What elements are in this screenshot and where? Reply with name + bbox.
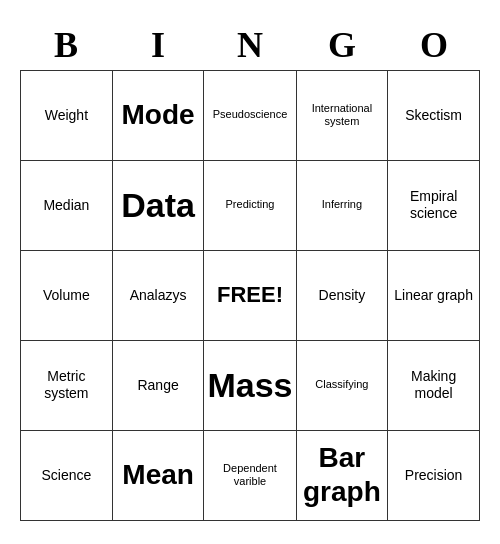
bingo-cell-r2-c3: Density (297, 251, 389, 341)
bingo-cell-r1-c4: Empiral science (388, 161, 480, 251)
bingo-cell-text-r1-c2: Predicting (226, 198, 275, 211)
bingo-cell-text-r2-c3: Density (319, 287, 366, 304)
header-letter-I: I (114, 24, 202, 66)
bingo-cell-r3-c1: Range (113, 341, 205, 431)
bingo-cell-text-r2-c2: FREE! (217, 282, 283, 308)
bingo-cell-text-r4-c4: Precision (405, 467, 463, 484)
bingo-cell-text-r3-c4: Making model (391, 368, 476, 402)
bingo-grid: WeightModePseudoscienceInternational sys… (20, 70, 480, 521)
bingo-cell-text-r3-c2: Mass (207, 365, 292, 406)
bingo-cell-r4-c4: Precision (388, 431, 480, 521)
bingo-cell-text-r2-c0: Volume (43, 287, 90, 304)
bingo-cell-text-r4-c0: Science (41, 467, 91, 484)
bingo-cell-r3-c2: Mass (204, 341, 296, 431)
bingo-cell-text-r0-c4: Skectism (405, 107, 462, 124)
header-letter-O: O (390, 24, 478, 66)
bingo-cell-text-r3-c1: Range (137, 377, 178, 394)
bingo-cell-r4-c0: Science (21, 431, 113, 521)
bingo-cell-r4-c2: Dependent varible (204, 431, 296, 521)
bingo-cell-r0-c4: Skectism (388, 71, 480, 161)
bingo-cell-r1-c3: Inferring (297, 161, 389, 251)
bingo-cell-r4-c1: Mean (113, 431, 205, 521)
bingo-cell-text-r3-c0: Metric system (24, 368, 109, 402)
bingo-cell-text-r1-c1: Data (121, 185, 195, 226)
bingo-cell-r0-c1: Mode (113, 71, 205, 161)
header-letter-G: G (298, 24, 386, 66)
bingo-cell-text-r2-c4: Linear graph (394, 287, 473, 304)
bingo-card: BINGO WeightModePseudoscienceInternation… (20, 24, 480, 521)
bingo-cell-r1-c2: Predicting (204, 161, 296, 251)
bingo-cell-text-r2-c1: Analazys (130, 287, 187, 304)
bingo-cell-r0-c2: Pseudoscience (204, 71, 296, 161)
bingo-cell-r3-c4: Making model (388, 341, 480, 431)
bingo-cell-r2-c1: Analazys (113, 251, 205, 341)
bingo-cell-text-r4-c3: Bar graph (300, 441, 385, 508)
bingo-cell-text-r1-c0: Median (43, 197, 89, 214)
bingo-cell-r3-c3: Classifying (297, 341, 389, 431)
bingo-cell-text-r0-c2: Pseudoscience (213, 108, 288, 121)
bingo-cell-r0-c3: International system (297, 71, 389, 161)
bingo-cell-r1-c0: Median (21, 161, 113, 251)
bingo-cell-r3-c0: Metric system (21, 341, 113, 431)
bingo-cell-text-r4-c1: Mean (122, 458, 194, 492)
bingo-cell-text-r0-c3: International system (300, 102, 385, 128)
bingo-cell-r4-c3: Bar graph (297, 431, 389, 521)
header-letter-B: B (22, 24, 110, 66)
bingo-cell-text-r0-c0: Weight (45, 107, 88, 124)
header-letter-N: N (206, 24, 294, 66)
bingo-cell-r2-c2: FREE! (204, 251, 296, 341)
bingo-cell-text-r1-c3: Inferring (322, 198, 362, 211)
bingo-cell-text-r3-c3: Classifying (315, 378, 368, 391)
bingo-cell-text-r0-c1: Mode (122, 98, 195, 132)
bingo-cell-text-r4-c2: Dependent varible (207, 462, 292, 488)
bingo-header: BINGO (20, 24, 480, 66)
bingo-cell-r1-c1: Data (113, 161, 205, 251)
bingo-cell-r2-c4: Linear graph (388, 251, 480, 341)
bingo-cell-r0-c0: Weight (21, 71, 113, 161)
bingo-cell-text-r1-c4: Empiral science (391, 188, 476, 222)
bingo-cell-r2-c0: Volume (21, 251, 113, 341)
